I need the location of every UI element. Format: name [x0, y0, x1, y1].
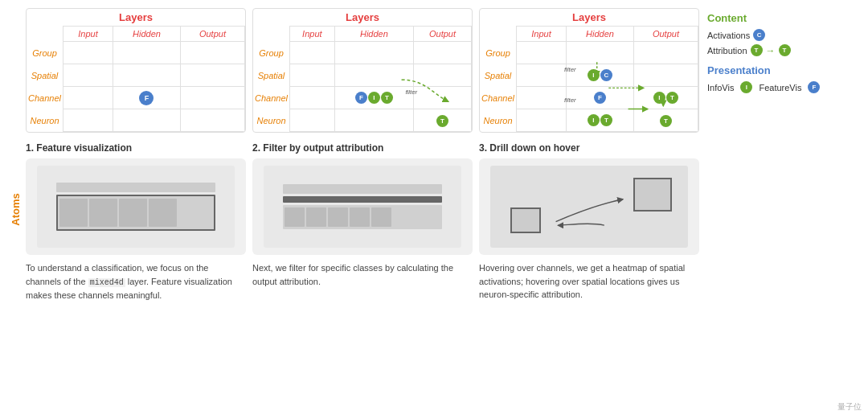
row-neuron-2: Neuron T	[253, 109, 472, 132]
row-channel-2: Channel F I T	[253, 87, 472, 109]
featurevis-badge: F	[808, 81, 820, 93]
steps-row: 1. Feature visualization	[26, 142, 699, 411]
grid-panel-3: Layers Input Hidden Output	[479, 8, 699, 133]
col-input-2: Input	[289, 27, 334, 42]
grid-table-3: Input Hidden Output Group Spatial	[480, 26, 698, 132]
attribution-label: Attribution	[707, 46, 747, 55]
badge-F-channel-3: F	[594, 92, 606, 104]
badge-I-2: I	[368, 92, 380, 104]
grid-table-1: Input Hidden Output Group Spatial	[27, 26, 245, 132]
attribution-row: Attribution T → T	[707, 44, 828, 56]
step-text-1: To understand a classification, we focus…	[26, 261, 246, 302]
attribution-badge-left: T	[751, 44, 763, 56]
layers-title-3: Layers	[480, 9, 698, 26]
step-panel-2: 2. Filter by output attribution	[252, 142, 473, 411]
col-hidden-1: Hidden	[113, 27, 181, 42]
step-panel-3: 3. Drill down on hover	[479, 142, 699, 411]
presentation-row: InfoVis I FeatureVis F	[707, 81, 828, 93]
layers-title-1: Layers	[27, 9, 245, 26]
col-hidden-2: Hidden	[334, 27, 413, 42]
grid-table-2: Input Hidden Output Group Spatial	[253, 26, 472, 132]
presentation-title: Presentation	[707, 64, 828, 76]
row-neuron-3: Neuron I T T	[480, 109, 698, 132]
infovis-label: InfoVis	[707, 83, 734, 92]
step-title-1: 1. Feature visualization	[26, 142, 246, 154]
badge-F-1: F	[139, 91, 154, 105]
activations-label: Activations	[707, 31, 750, 40]
featurevis-label: FeatureVis	[759, 83, 801, 92]
col-input-1: Input	[63, 27, 113, 42]
badge-I-channel-out-3: I	[653, 92, 665, 104]
badge-F-2: F	[355, 92, 367, 104]
col-hidden-3: Hidden	[567, 27, 634, 42]
row-group-2: Group	[253, 42, 472, 64]
attribution-arrow-icon: →	[766, 45, 776, 56]
activations-badge: C	[753, 29, 765, 41]
row-spatial-1: Spatial	[27, 64, 245, 87]
attribution-badge-right: T	[779, 44, 791, 56]
grid-panel-2: Layers Input Hidden Output	[252, 8, 473, 133]
watermark: 量子位	[837, 401, 862, 413]
content-title: Content	[707, 12, 828, 24]
col-input-3: Input	[516, 27, 566, 42]
layers-title-2: Layers	[253, 9, 472, 26]
step-text-3: Hovering over channels, we get a heatmap…	[479, 261, 699, 302]
badge-T-neuron-3: T	[600, 114, 612, 126]
row-neuron-1: Neuron	[27, 109, 245, 132]
row-group-3: Group	[480, 42, 698, 64]
step-image-1	[26, 158, 246, 255]
badge-I-spatial-3: I	[588, 69, 600, 81]
activations-row: Activations C	[707, 29, 828, 41]
row-group-1: Group	[27, 42, 245, 64]
step-image-3	[479, 158, 699, 255]
atoms-label: Atoms	[10, 193, 22, 225]
row-channel-3: Channel F I T	[480, 87, 698, 109]
badge-T-neuron-out-3: T	[660, 115, 672, 127]
infovis-badge: I	[740, 81, 752, 93]
badge-T-channel-out-3: T	[666, 92, 678, 104]
step-panel-1: 1. Feature visualization	[26, 142, 246, 411]
grid-panel-1: Layers Input Hidden Output	[26, 8, 246, 133]
step-title-2: 2. Filter by output attribution	[252, 142, 473, 154]
badge-I-neuron-3: I	[588, 114, 600, 126]
right-panel: Content Activations C Attribution T → T …	[699, 8, 828, 411]
col-output-3: Output	[633, 27, 698, 42]
step-title-3: 3. Drill down on hover	[479, 142, 699, 154]
badge-T-2: T	[381, 92, 393, 104]
row-channel-1: Channel F	[27, 87, 245, 109]
row-spatial-3: Spatial I C	[480, 64, 698, 87]
col-output-2: Output	[414, 27, 472, 42]
col-output-1: Output	[180, 27, 244, 42]
row-spatial-2: Spatial	[253, 64, 472, 87]
step-text-2: Next, we filter for specific classes by …	[252, 261, 473, 288]
step-image-2	[252, 158, 473, 255]
badge-C-spatial-3: C	[600, 69, 612, 81]
badge-T-neuron-2: T	[436, 115, 448, 127]
